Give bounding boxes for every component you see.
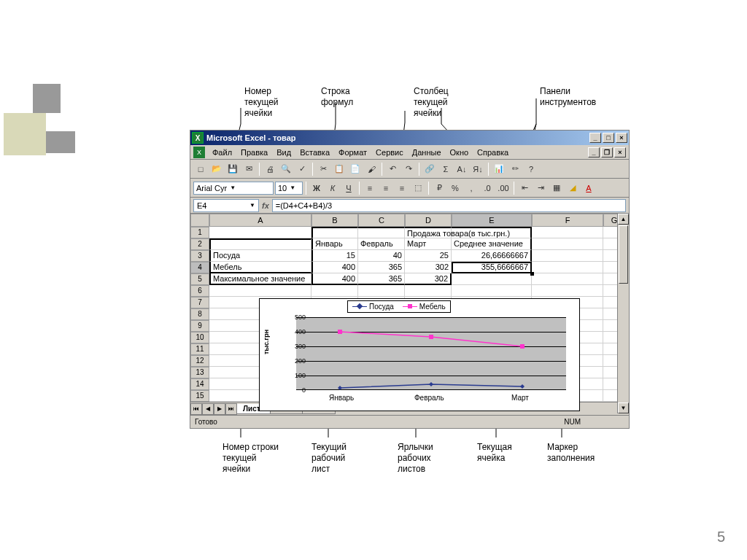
- embedded-chart[interactable]: Посуда Мебель тыс.грн: [259, 298, 580, 411]
- indent-dec-icon[interactable]: ⇤: [517, 181, 532, 195]
- formula-input[interactable]: =(D4+C4+B4)/3: [272, 199, 626, 212]
- row-header-11[interactable]: 11: [190, 343, 209, 355]
- row-header-15[interactable]: 15: [190, 390, 209, 402]
- name-box[interactable]: E4▼: [193, 199, 259, 212]
- tab-nav-prev-icon[interactable]: ◀: [202, 403, 214, 415]
- open-icon[interactable]: 📂: [209, 162, 224, 176]
- paste-icon[interactable]: 📄: [348, 162, 363, 176]
- tab-nav-first-icon[interactable]: ⏮: [190, 403, 202, 415]
- window-title: Microsoft Excel - товар: [206, 133, 296, 142]
- row-header-7[interactable]: 7: [190, 297, 209, 308]
- sort-desc-icon[interactable]: Я↓: [471, 162, 485, 176]
- fill-color-icon[interactable]: ◢: [565, 181, 580, 195]
- print-icon[interactable]: 🖨: [263, 162, 277, 176]
- row-header-2[interactable]: 2: [190, 238, 209, 250]
- indent-inc-icon[interactable]: ⇥: [533, 181, 548, 195]
- preview-icon[interactable]: 🔍: [279, 162, 293, 176]
- row-header-8[interactable]: 8: [190, 308, 209, 320]
- font-color-icon[interactable]: A: [581, 181, 596, 195]
- menu-view[interactable]: Вид: [272, 147, 295, 158]
- align-center-icon[interactable]: ≡: [379, 181, 393, 195]
- doc-minimize-button[interactable]: _: [588, 147, 600, 158]
- title-bar[interactable]: X Microsoft Excel - товар _ □ ×: [190, 131, 629, 145]
- doc-icon: X: [193, 147, 205, 158]
- copy-icon[interactable]: 📋: [332, 162, 347, 176]
- doc-close-button[interactable]: ×: [614, 147, 626, 158]
- chart-xcat-1: Февраль: [414, 394, 444, 402]
- row-header-10[interactable]: 10: [190, 332, 209, 343]
- chart-icon[interactable]: 📊: [492, 162, 506, 176]
- redo-icon[interactable]: ↷: [401, 162, 416, 176]
- align-right-icon[interactable]: ≡: [395, 181, 409, 195]
- size-select[interactable]: 10▼: [275, 182, 303, 195]
- select-all-corner[interactable]: [190, 214, 209, 227]
- row-header-13[interactable]: 13: [190, 367, 209, 378]
- callout-active-cell: Текущаяячейка: [477, 442, 512, 464]
- menu-tools[interactable]: Сервис: [371, 147, 408, 158]
- col-header-C[interactable]: C: [358, 214, 405, 227]
- row-header-14[interactable]: 14: [190, 378, 209, 390]
- borders-icon[interactable]: ▦: [549, 181, 564, 195]
- underline-button[interactable]: Ч: [341, 181, 356, 195]
- fill-handle[interactable]: [530, 272, 534, 276]
- cell-C5: 365: [358, 273, 405, 285]
- scroll-thumb[interactable]: [619, 225, 628, 284]
- drawing-icon[interactable]: ✏: [508, 162, 522, 176]
- help-icon[interactable]: ?: [524, 162, 538, 176]
- format-painter-icon[interactable]: 🖌: [364, 162, 379, 176]
- menu-format[interactable]: Формат: [334, 147, 371, 158]
- col-header-A[interactable]: A: [209, 214, 311, 227]
- currency-icon[interactable]: ₽: [432, 181, 446, 195]
- menu-window[interactable]: Окно: [446, 147, 473, 158]
- cell-B5: 400: [311, 273, 358, 285]
- minimize-button[interactable]: _: [589, 133, 601, 143]
- maximize-button[interactable]: □: [603, 133, 614, 143]
- bold-button[interactable]: Ж: [309, 181, 324, 195]
- row-header-5[interactable]: 5: [190, 273, 209, 285]
- col-header-F[interactable]: F: [532, 214, 603, 227]
- row-header-6[interactable]: 6: [190, 285, 209, 297]
- tab-nav-last-icon[interactable]: ⏭: [225, 403, 237, 415]
- merge-icon[interactable]: ⬚: [411, 181, 425, 195]
- menu-data[interactable]: Данные: [408, 147, 446, 158]
- sort-asc-icon[interactable]: A↓: [454, 162, 469, 176]
- autosum-icon[interactable]: Σ: [438, 162, 453, 176]
- mail-icon[interactable]: ✉: [241, 162, 256, 176]
- cut-icon[interactable]: ✂: [316, 162, 330, 176]
- menu-edit[interactable]: Правка: [236, 147, 272, 158]
- menu-insert[interactable]: Вставка: [295, 147, 334, 158]
- doc-restore-button[interactable]: ❐: [601, 147, 613, 158]
- row-header-1[interactable]: 1: [190, 227, 209, 238]
- scroll-up-icon[interactable]: ▲: [618, 214, 629, 225]
- row-header-9[interactable]: 9: [190, 320, 209, 332]
- align-left-icon[interactable]: ≡: [363, 181, 377, 195]
- row-header-4[interactable]: 4: [190, 262, 209, 273]
- new-icon[interactable]: □: [193, 162, 208, 176]
- fx-label[interactable]: fx: [262, 201, 269, 210]
- callout-current-row: Номер строкитекущейячейки: [222, 442, 279, 475]
- col-header-B[interactable]: B: [311, 214, 358, 227]
- dec-decimal-icon[interactable]: .00: [496, 181, 511, 195]
- close-button[interactable]: ×: [616, 133, 627, 143]
- menu-file[interactable]: Файл: [208, 147, 236, 158]
- percent-icon[interactable]: %: [448, 181, 462, 195]
- italic-button[interactable]: К: [325, 181, 340, 195]
- row-header-12[interactable]: 12: [190, 355, 209, 367]
- menu-help[interactable]: Справка: [473, 147, 513, 158]
- col-header-D[interactable]: D: [405, 214, 452, 227]
- undo-icon[interactable]: ↶: [385, 162, 400, 176]
- row-header-3[interactable]: 3: [190, 250, 209, 262]
- link-icon[interactable]: 🔗: [422, 162, 437, 176]
- scroll-down-icon[interactable]: ▼: [618, 402, 629, 413]
- font-select[interactable]: Arial Cyr▼: [193, 182, 274, 195]
- save-icon[interactable]: 💾: [225, 162, 240, 176]
- inc-decimal-icon[interactable]: .0: [480, 181, 495, 195]
- comma-icon[interactable]: ,: [464, 181, 479, 195]
- vertical-scrollbar[interactable]: ▲ ▼: [617, 214, 629, 413]
- spell-icon[interactable]: ✓: [295, 162, 309, 176]
- svg-marker-3: [338, 386, 342, 390]
- col-header-E[interactable]: E: [452, 214, 532, 227]
- cell-D2: Март: [405, 238, 452, 250]
- tab-nav-next-icon[interactable]: ▶: [214, 403, 225, 415]
- cells-grid[interactable]: Продажа товара(в тыс.грн.) Январь Феврал…: [209, 227, 625, 402]
